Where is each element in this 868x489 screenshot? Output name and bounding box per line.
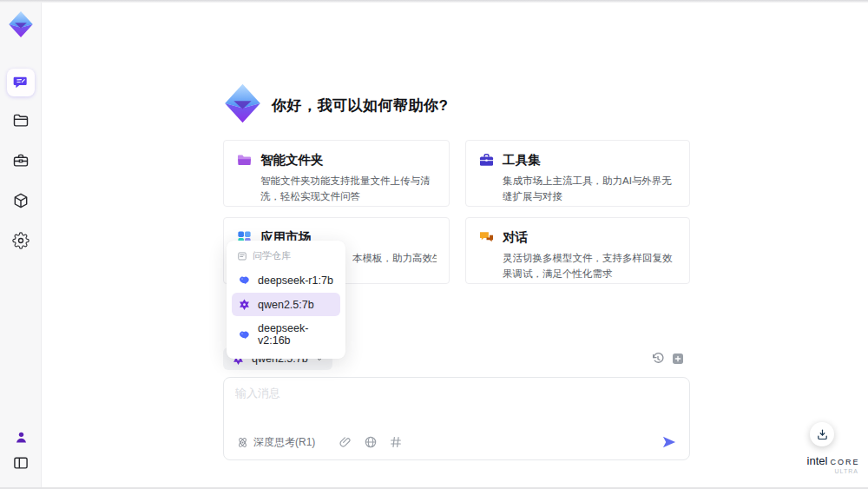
- card-title: 对话: [503, 229, 528, 246]
- app-window: 你好，我可以如何帮助你? 智能文件夹 智能文件夹功能支持批量文件上传与清洗，轻松…: [0, 0, 868, 489]
- card-toolset[interactable]: 工具集 集成市场上主流工具，助力AI与外界无缝扩展与对接: [465, 140, 690, 207]
- message-input[interactable]: [235, 386, 678, 427]
- composer: 深度思考(R1): [223, 377, 690, 460]
- intel-core-badge: intelcore ultra: [803, 454, 864, 474]
- download-button[interactable]: [810, 422, 834, 446]
- card-title: 工具集: [503, 152, 541, 169]
- composer-toolbar: 深度思考(R1): [236, 433, 679, 452]
- model-option-qwen[interactable]: qwen2.5:7b: [232, 293, 340, 316]
- sidebar-item-chat[interactable]: [7, 69, 35, 96]
- sidebar: [0, 3, 42, 487]
- brand-sub: ultra: [803, 468, 864, 474]
- card-dialog[interactable]: 对话 灵活切换多模型文件，支持多样回复效果调试，满足个性化需求: [465, 217, 690, 284]
- model-dropdown: 问学仓库 deepseek-r1:7b qwen2.5:7b deepseek-…: [227, 241, 345, 359]
- smart-folder-icon: [236, 152, 253, 169]
- download-icon: [816, 428, 829, 441]
- folder-icon: [12, 112, 30, 129]
- sidebar-item-toolbox[interactable]: [7, 147, 35, 175]
- panel-icon: [12, 454, 30, 472]
- user-icon: [13, 429, 30, 446]
- deepthink-label: 深度思考(R1): [253, 435, 315, 450]
- cube-icon: [12, 192, 30, 209]
- greeting-logo: [222, 83, 263, 124]
- sidebar-item-settings[interactable]: [7, 227, 35, 254]
- sidebar-item-folders[interactable]: [7, 107, 35, 135]
- sidebar-item-models[interactable]: [7, 187, 35, 215]
- model-option-deepseek-v2[interactable]: deepseek-v2:16b: [232, 317, 340, 352]
- history-button[interactable]: [651, 352, 665, 366]
- window-top-edge: [0, 0, 868, 3]
- deepthink-toggle[interactable]: 深度思考(R1): [236, 435, 315, 450]
- card-title: 智能文件夹: [260, 152, 324, 169]
- dialog-icon: [478, 229, 495, 246]
- model-option-label: deepseek-r1:7b: [258, 274, 333, 287]
- app-logo: [8, 10, 34, 39]
- paperclip-icon[interactable]: [339, 435, 352, 449]
- deepseek-icon: [238, 274, 251, 287]
- greeting-title: 你好，我可以如何帮助你?: [272, 96, 448, 116]
- sidebar-item-account[interactable]: [7, 423, 35, 451]
- send-icon: [661, 433, 678, 451]
- model-dropdown-header-label: 问学仓库: [253, 249, 291, 262]
- deepseek-icon: [238, 328, 251, 341]
- model-option-label: qwen2.5:7b: [258, 299, 314, 311]
- new-chat-button[interactable]: [671, 352, 685, 366]
- brand-intel: intel: [807, 454, 828, 467]
- send-button[interactable]: [660, 433, 679, 452]
- briefcase-icon: [12, 152, 30, 169]
- card-description: 智能文件夹功能支持批量文件上传与清洗，轻松实现文件问答: [236, 174, 437, 205]
- gear-icon: [12, 232, 30, 249]
- history-icon: [651, 352, 665, 366]
- card-description: 集成市场上主流工具，助力AI与外界无缝扩展与对接: [478, 174, 677, 205]
- sidebar-item-collapse[interactable]: [7, 449, 35, 477]
- model-option-label: deepseek-v2:16b: [258, 322, 334, 347]
- new-chat-icon: [671, 352, 685, 366]
- chat-icon: [12, 74, 30, 91]
- toolbox-icon: [478, 152, 495, 169]
- brand-core: core: [830, 454, 859, 467]
- model-option-deepseek-r1[interactable]: deepseek-r1:7b: [232, 268, 340, 292]
- globe-icon[interactable]: [364, 435, 378, 449]
- qwen-icon: [238, 298, 251, 311]
- card-smart-folder[interactable]: 智能文件夹 智能文件夹功能支持批量文件上传与清洗，轻松实现文件问答: [223, 140, 450, 207]
- repository-icon: [237, 251, 247, 261]
- card-description: 灵活切换多模型文件，支持多样回复效果调试，满足个性化需求: [478, 251, 677, 282]
- deepthink-icon: [236, 436, 249, 449]
- hash-icon[interactable]: [389, 435, 403, 449]
- model-dropdown-header: 问学仓库: [231, 247, 341, 268]
